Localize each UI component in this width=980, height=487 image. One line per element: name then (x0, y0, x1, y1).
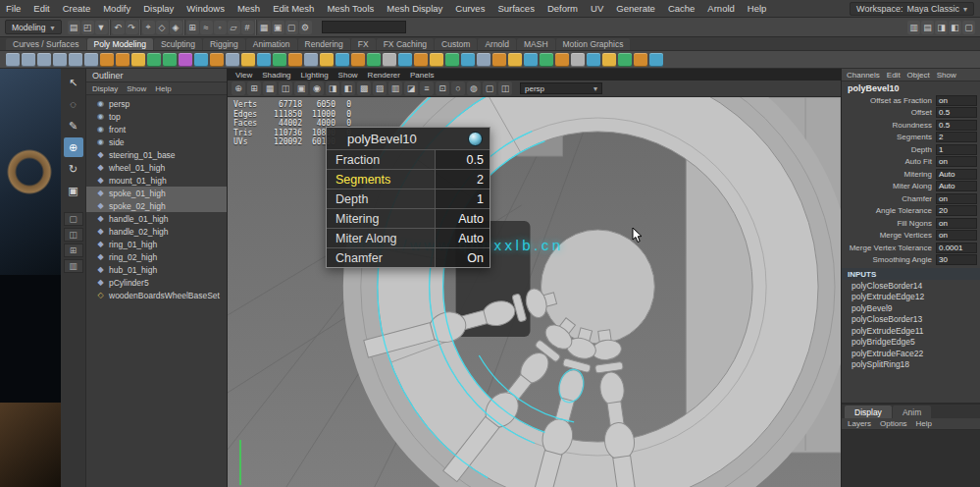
channel-box-node-title[interactable]: polyBevel10 (842, 81, 980, 94)
render-settings-icon[interactable]: ⚙ (299, 21, 312, 34)
hud-attribute-value[interactable]: On (435, 248, 490, 267)
outliner-item[interactable]: ◆ mount_01_high (86, 174, 227, 187)
history-node[interactable]: polyExtrudeEdge12 (842, 292, 980, 303)
shelf-tool-icon[interactable] (414, 53, 428, 67)
hud-attribute-label[interactable]: Mitering (327, 212, 379, 226)
divider[interactable] (139, 20, 141, 35)
outliner-item[interactable]: ◇ woodenBoardsWheelBaseSet (86, 289, 227, 301)
shelf-tool-icon[interactable] (540, 53, 553, 67)
render-icon[interactable]: ▣ (272, 21, 284, 34)
modeling-toolkit-icon[interactable]: ▥ (907, 21, 920, 34)
shelf-tool-icon[interactable] (53, 53, 67, 67)
attribute-value[interactable]: 0.5 (936, 120, 977, 131)
paint-select-tool[interactable]: ✎ (64, 116, 83, 135)
rotate-tool[interactable]: ↻ (64, 159, 83, 179)
attribute-value[interactable]: Auto (936, 169, 977, 180)
shelf-tool-icon[interactable] (320, 53, 334, 67)
menu-item[interactable]: Generate (616, 3, 655, 14)
shelf-tool-icon[interactable] (69, 53, 82, 67)
hud-attribute-value[interactable]: Auto (435, 229, 490, 247)
attribute-value[interactable]: Auto (936, 181, 977, 191)
attribute-value[interactable]: 2 (936, 132, 977, 142)
select-by-object-icon[interactable]: ◇ (156, 21, 169, 34)
snap-to-plane-icon[interactable]: ▱ (228, 21, 240, 34)
outliner-item[interactable]: ◆ steering_01_base (86, 148, 227, 161)
shelf-tool-icon[interactable] (524, 53, 538, 67)
channel-box-menu-item[interactable]: Show (937, 71, 956, 80)
attribute-editor-icon[interactable]: ◨ (935, 21, 948, 34)
outliner-item[interactable]: ◉ top (86, 110, 227, 123)
outliner-item[interactable]: ◆ hub_01_high (86, 263, 227, 276)
shelf-tool-icon[interactable] (37, 53, 51, 67)
hypershade-icon[interactable]: ▤ (921, 21, 934, 34)
shelf-tool-icon[interactable] (508, 53, 522, 67)
shelf-tab[interactable]: Poly Modeling (87, 38, 153, 50)
shelf-tool-icon[interactable] (555, 53, 569, 67)
divider[interactable] (183, 20, 185, 35)
shelf-tab[interactable]: Motion Graphics (556, 38, 631, 50)
hud-attribute-value[interactable]: 0.5 (435, 150, 490, 169)
move-tool[interactable]: ⊕ (64, 137, 83, 157)
hud-attribute-label[interactable]: Miter Along (327, 232, 397, 245)
open-scene-icon[interactable]: ◰ (81, 21, 94, 34)
attribute-value[interactable]: 1 (936, 144, 977, 155)
shelf-tool-icon[interactable] (383, 53, 396, 67)
outliner-item[interactable]: ◆ spoke_01_high (86, 187, 227, 199)
viewport-canvas[interactable]: Verts6771860500 Edges111850110000 Faces4… (228, 97, 841, 487)
tool-settings-icon[interactable]: ◧ (949, 21, 961, 34)
shelf-tool-icon[interactable] (587, 53, 600, 67)
shelf-tab[interactable]: Rendering (298, 38, 350, 50)
shelf-tool-icon[interactable] (179, 53, 192, 67)
hud-attribute-label[interactable]: Fraction (327, 153, 380, 167)
attribute-value[interactable]: on (936, 95, 977, 106)
shelf-tool-icon[interactable] (430, 53, 443, 67)
shelf-tool-icon[interactable] (351, 53, 365, 67)
channel-box-menu-item[interactable]: Channels (847, 71, 880, 80)
channel-box-menu-item[interactable]: Object (907, 71, 930, 80)
resolution-gate-icon[interactable]: ◫ (279, 81, 292, 95)
shelf-tool-icon[interactable] (398, 53, 412, 67)
menu-item[interactable]: Edit Mesh (273, 3, 314, 14)
shelf-tool-icon[interactable] (100, 53, 114, 67)
history-node[interactable]: polyCloseBorder13 (842, 314, 980, 326)
shelf-tool-icon[interactable] (210, 53, 224, 67)
menu-set-selector[interactable]: Modeling (5, 20, 62, 34)
depth-of-field-icon[interactable]: ▢ (483, 81, 496, 95)
shelf-tab[interactable]: Sculpting (154, 38, 202, 50)
layer-editor-menu-item[interactable]: Options (880, 419, 907, 428)
menu-item[interactable]: Cache (668, 3, 695, 14)
motion-blur-icon[interactable]: ○ (451, 81, 465, 95)
outliner-item[interactable]: ◉ side (86, 135, 227, 148)
attribute-value[interactable]: 0.5 (936, 107, 977, 118)
hud-attribute-value[interactable]: 2 (435, 170, 490, 189)
menu-item[interactable]: UV (591, 3, 603, 14)
attribute-value[interactable]: 0.0001 (936, 243, 977, 253)
menu-item[interactable]: Display (143, 3, 174, 14)
shelf-tool-icon[interactable] (477, 53, 490, 67)
outliner-item[interactable]: ◉ front (86, 123, 227, 135)
divider[interactable] (255, 20, 257, 35)
node-options-icon[interactable] (468, 132, 483, 146)
hud-attribute-label[interactable]: Segments (327, 173, 390, 187)
history-node[interactable]: polyCloseBorder14 (842, 280, 980, 292)
film-gate-icon[interactable]: ▦ (263, 81, 277, 95)
layer-editor-tab[interactable]: Display (845, 406, 892, 418)
menu-item[interactable]: Curves (455, 3, 485, 14)
menu-item[interactable]: Windows (186, 3, 225, 14)
shelf-tool-icon[interactable] (194, 53, 208, 67)
attribute-value[interactable]: on (936, 156, 977, 167)
ipr-render-icon[interactable]: ▢ (285, 21, 298, 34)
history-node[interactable]: polyBridgeEdge5 (842, 337, 980, 349)
snap-to-point-icon[interactable]: ◦ (214, 21, 227, 34)
menu-item[interactable]: Surfaces (497, 3, 535, 14)
outliner-item[interactable]: ◆ spoke_02_high (86, 199, 227, 212)
shelf-tool-icon[interactable] (571, 53, 585, 67)
shelf-tool-icon[interactable] (288, 53, 302, 67)
shelf-tool-icon[interactable] (367, 53, 381, 67)
layout-single-pane-button[interactable]: ▢ (64, 212, 83, 226)
use-all-lights-icon[interactable]: ◪ (404, 81, 418, 95)
menu-item[interactable]: Arnold (707, 3, 734, 14)
undo-icon[interactable]: ↶ (112, 21, 125, 34)
gate-mask-icon[interactable]: ▣ (294, 81, 308, 95)
attribute-value[interactable]: 20 (936, 205, 977, 216)
